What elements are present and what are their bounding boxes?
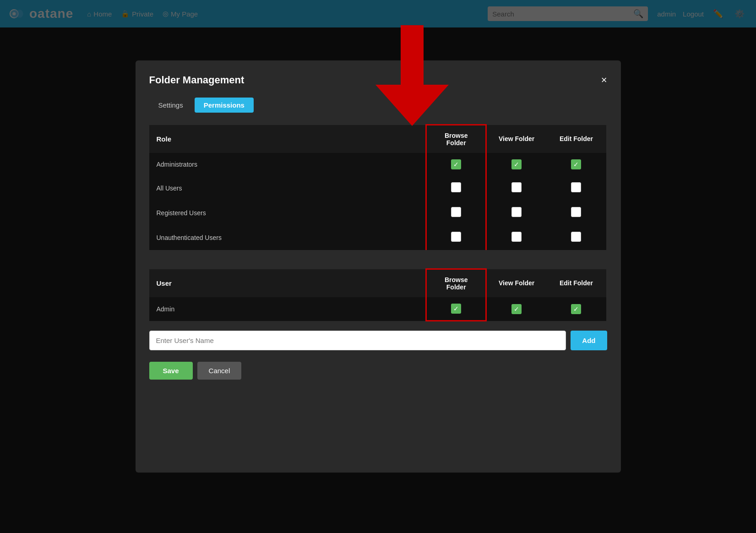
view-folder-col-header: View Folder xyxy=(486,125,546,153)
bottom-buttons: Save Cancel xyxy=(149,362,607,380)
view-checkbox-allusers[interactable] xyxy=(486,176,546,201)
role-table-section: Role Browse Folder View Folder Edit Fold… xyxy=(149,124,607,250)
add-button[interactable]: Add xyxy=(571,331,607,350)
checkbox-unchecked-icon xyxy=(511,232,522,242)
checkbox-unchecked-icon xyxy=(571,182,581,192)
browse-checkbox-admin[interactable]: ✓ xyxy=(426,297,486,321)
checkbox-unchecked-icon xyxy=(571,232,581,242)
view-folder-user-col-header: View Folder xyxy=(486,269,546,298)
checkbox-checked-icon: ✓ xyxy=(451,159,461,169)
checkbox-checked-icon: ✓ xyxy=(571,304,581,314)
checkbox-unchecked-icon xyxy=(451,207,461,217)
folder-management-modal: Folder Management × Settings Permissions… xyxy=(136,60,621,473)
save-button[interactable]: Save xyxy=(149,362,193,380)
checkbox-checked-icon: ✓ xyxy=(451,304,461,314)
tab-permissions[interactable]: Permissions xyxy=(195,98,254,113)
view-checkbox-registeredusers[interactable] xyxy=(486,201,546,225)
browse-checkbox-allusers[interactable] xyxy=(426,176,486,201)
close-button[interactable]: × xyxy=(601,75,607,85)
checkbox-unchecked-icon xyxy=(511,182,522,192)
table-row: Unauthenticated Users xyxy=(149,225,607,250)
edit-checkbox-admin[interactable]: ✓ xyxy=(546,297,606,321)
table-row: Administrators ✓ ✓ ✓ xyxy=(149,153,607,176)
role-name-administrators: Administrators xyxy=(149,153,426,176)
edit-checkbox-allusers[interactable] xyxy=(546,176,606,201)
role-name-registeredusers: Registered Users xyxy=(149,201,426,225)
checkbox-unchecked-icon xyxy=(451,232,461,242)
edit-folder-user-col-header: Edit Folder xyxy=(546,269,606,298)
browse-folder-col-header: Browse Folder xyxy=(426,125,486,153)
table-row: All Users xyxy=(149,176,607,201)
tab-settings[interactable]: Settings xyxy=(149,98,192,113)
user-col-header: User xyxy=(149,269,426,298)
browse-checkbox-registeredusers[interactable] xyxy=(426,201,486,225)
edit-checkbox-unauthenticated[interactable] xyxy=(546,225,606,250)
edit-checkbox-registeredusers[interactable] xyxy=(546,201,606,225)
table-row: Admin ✓ ✓ ✓ xyxy=(149,297,607,321)
role-permissions-table: Role Browse Folder View Folder Edit Fold… xyxy=(149,124,607,250)
checkbox-checked-icon: ✓ xyxy=(511,304,522,314)
user-name-input[interactable] xyxy=(149,331,566,350)
browse-folder-user-col-header: Browse Folder xyxy=(426,269,486,298)
modal-header: Folder Management × xyxy=(149,74,607,86)
modal-tabs: Settings Permissions xyxy=(149,98,607,113)
checkbox-checked-icon: ✓ xyxy=(571,159,581,169)
role-name-allusers: All Users xyxy=(149,176,426,201)
table-row: Registered Users xyxy=(149,201,607,225)
cancel-button[interactable]: Cancel xyxy=(197,362,242,380)
user-name-admin: Admin xyxy=(149,297,426,321)
browse-checkbox-administrators[interactable]: ✓ xyxy=(426,153,486,176)
user-table-header-row: User Browse Folder View Folder Edit Fold… xyxy=(149,269,607,298)
user-permissions-table: User Browse Folder View Folder Edit Fold… xyxy=(149,268,607,321)
modal-title: Folder Management xyxy=(149,74,245,86)
role-name-unauthenticated: Unauthenticated Users xyxy=(149,225,426,250)
add-user-row: Add xyxy=(149,331,607,350)
edit-checkbox-administrators[interactable]: ✓ xyxy=(546,153,606,176)
role-table-header-row: Role Browse Folder View Folder Edit Fold… xyxy=(149,125,607,153)
view-checkbox-admin[interactable]: ✓ xyxy=(486,297,546,321)
role-col-header: Role xyxy=(149,125,426,153)
checkbox-checked-icon: ✓ xyxy=(511,159,522,169)
checkbox-unchecked-icon xyxy=(451,182,461,192)
modal-overlay: Folder Management × Settings Permissions… xyxy=(0,0,756,533)
edit-folder-col-header: Edit Folder xyxy=(546,125,606,153)
browse-checkbox-unauthenticated[interactable] xyxy=(426,225,486,250)
checkbox-unchecked-icon xyxy=(571,207,581,217)
spacer xyxy=(149,259,607,268)
user-table-section: User Browse Folder View Folder Edit Fold… xyxy=(149,268,607,321)
view-checkbox-administrators[interactable]: ✓ xyxy=(486,153,546,176)
view-checkbox-unauthenticated[interactable] xyxy=(486,225,546,250)
checkbox-unchecked-icon xyxy=(511,207,522,217)
